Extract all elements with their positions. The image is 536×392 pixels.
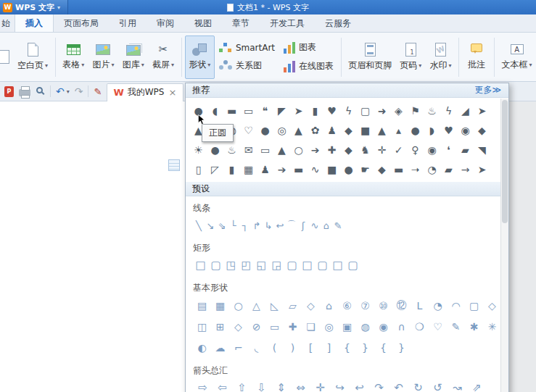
basic-shape-icon[interactable]: ⊞ [211,317,229,335]
basic-shape-icon[interactable]: ⑫ [392,296,411,314]
shape-icon[interactable]: ❝ [257,101,273,120]
rectangle-shape-icon[interactable]: □ [330,257,345,274]
shape-icon[interactable]: ◆ [340,120,357,140]
shape-icon[interactable]: ➜ [374,101,390,120]
textbox-button[interactable]: 文本框▾ [498,36,536,79]
basic-shape-icon[interactable]: ) [284,338,302,356]
basic-shape-icon[interactable]: ✳ [483,317,501,335]
shape-icon[interactable]: ▬ [290,159,307,179]
shape-icon[interactable]: ▲ [273,140,290,159]
arrow-shape-icon[interactable]: ↩ [350,379,369,392]
panel-scrollbar-thumb[interactable] [502,100,508,223]
basic-shape-icon[interactable]: ◺ [265,296,284,314]
shape-icon[interactable]: ⚑ [407,101,424,120]
shape-icon[interactable]: ▯ [190,159,207,179]
arrow-shape-icon[interactable]: ⇦ [213,379,232,392]
arrow-shape-icon[interactable]: ↻ [408,379,428,392]
shape-icon[interactable]: ◸ [207,159,223,179]
rectangle-shape-icon[interactable]: ◱ [254,257,269,274]
rectangle-shape-icon[interactable]: ◳ [223,257,239,274]
pdf-export-icon[interactable] [4,86,14,97]
rectangle-shape-icon[interactable]: ▢ [284,257,300,274]
basic-shape-icon[interactable]: ▭ [265,317,284,335]
basic-shape-icon[interactable]: ❏ [302,317,320,335]
basic-shape-icon[interactable]: ♡ [429,317,447,335]
format-painter-icon[interactable]: ✎ [94,86,102,97]
shape-icon[interactable]: ϟ [440,101,457,120]
line-shape-icon[interactable]: ↱ [251,217,263,234]
basic-shape-icon[interactable]: ◇ [302,296,320,314]
relation-button[interactable]: 关系图 [219,59,275,72]
rectangle-shape-icon[interactable]: ▢ [345,257,360,274]
arrow-shape-icon[interactable]: ⇔ [291,379,310,392]
chart-button[interactable]: 图表 [284,41,334,54]
arrow-shape-icon[interactable]: ↶ [389,379,408,392]
shape-icon[interactable]: ▲ [374,120,390,140]
basic-shape-icon[interactable]: ⑥ [338,296,356,314]
line-shape-icon[interactable]: ╲ [193,217,205,234]
shape-icon[interactable]: ➤ [474,101,490,120]
basic-shape-icon[interactable]: [ [302,338,320,356]
shape-icon[interactable]: ☀ [190,140,207,159]
shape-icon[interactable]: ➔ [273,159,290,179]
shape-icon[interactable]: ◎ [273,120,290,140]
shape-icon[interactable]: ◈ [390,101,407,120]
basic-shape-icon[interactable]: { [338,338,356,356]
arrow-shape-icon[interactable]: ✛ [310,379,330,392]
shape-icon[interactable]: ♟ [323,120,340,140]
undo-icon[interactable]: ↶ [56,86,65,97]
redo-icon[interactable]: ↷ [75,86,83,97]
wps-menu-button[interactable]: W WPS 文字 ▾ [0,0,68,14]
shape-icon[interactable]: ♡ [240,120,257,140]
shape-icon[interactable]: ◔ [424,159,440,179]
comment-button[interactable]: 批注 [462,36,491,79]
basic-shape-icon[interactable]: ⑩ [374,296,392,314]
shape-icon[interactable]: ✚ [323,140,340,159]
shape-icon[interactable]: ◗ [424,120,440,140]
shape-icon[interactable]: ♥ [440,120,457,140]
shape-icon[interactable]: ➝ [407,159,424,179]
shape-icon[interactable]: ◆ [340,140,357,159]
cover-page-button[interactable] [0,36,14,79]
shape-icon[interactable]: ◉ [457,120,474,140]
basic-shape-icon[interactable]: ▱ [284,296,302,314]
shape-icon[interactable]: ▮ [307,101,323,120]
shape-icon[interactable]: ♥ [323,101,340,120]
shape-icon[interactable]: ● [407,120,424,140]
basic-shape-icon[interactable]: ⊘ [247,317,265,335]
shape-icon[interactable]: ▮ [223,159,240,179]
basic-shape-icon[interactable]: L [411,296,429,314]
basic-shape-icon[interactable]: ✚ [284,317,302,335]
rectangle-shape-icon[interactable]: ◰ [239,257,254,274]
shape-icon[interactable]: ➤ [290,101,307,120]
table-button[interactable]: 表格▾ [59,36,88,79]
line-shape-icon[interactable]: ⌒ [286,217,297,234]
rectangle-shape-icon[interactable]: ▢ [315,257,330,274]
screenshot-button[interactable]: ✂ 截屏▾ [148,36,178,79]
basic-shape-icon[interactable]: ✱ [465,317,483,335]
line-shape-icon[interactable]: ✎ [332,217,344,234]
shape-icon[interactable]: ● [207,140,223,159]
line-shape-icon[interactable]: ↳ [263,217,274,234]
shape-icon[interactable]: ✉ [240,140,257,159]
floating-object-icon[interactable] [168,159,180,171]
shape-icon[interactable]: ✓ [390,140,407,159]
rectangle-shape-icon[interactable]: ▢ [208,257,223,274]
shape-icon[interactable]: ✿ [307,120,323,140]
basic-shape-icon[interactable]: ◫ [193,317,211,335]
tab-references[interactable]: 引用 [109,14,147,32]
tab-developer[interactable]: 开发工具 [260,14,315,32]
basic-shape-icon[interactable]: ◍ [356,317,374,335]
more-shapes-link[interactable]: 更多≫ [474,84,501,96]
shape-icon[interactable]: ♟ [257,159,273,179]
basic-shape-icon[interactable]: ◔ [429,296,447,314]
shape-icon[interactable]: ▦ [240,159,257,179]
arrow-shape-icon[interactable]: ⇕ [271,379,291,392]
shape-icon[interactable]: ◉ [424,140,440,159]
shape-icon[interactable]: ◖ [207,101,223,120]
rectangle-shape-icon[interactable]: □ [193,257,208,274]
shape-icon[interactable]: ❛ [440,140,457,159]
basic-shape-icon[interactable]: ❍ [411,317,429,335]
shape-icon[interactable]: ✛ [374,140,390,159]
basic-shape-icon[interactable]: ◇ [483,296,501,314]
